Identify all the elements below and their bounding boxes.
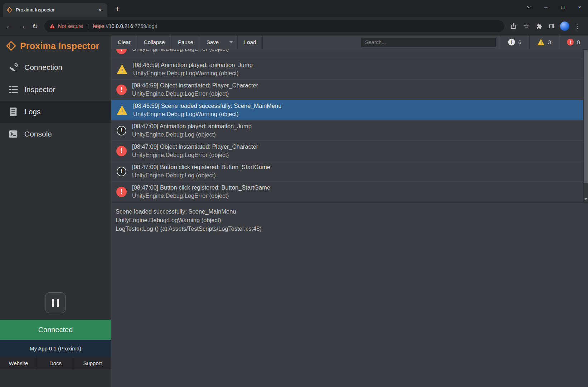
log-row[interactable]: !UnityEngine.Debug:LogError (object): [111, 49, 583, 59]
log-row[interactable]: ![08:46:59] Animation played: animation_…: [111, 59, 583, 80]
share-icon[interactable]: [507, 20, 519, 32]
log-text: UnityEngine.Debug:LogError (object): [132, 49, 229, 53]
tab-close-icon[interactable]: ×: [96, 6, 104, 14]
reload-button[interactable]: ↻: [29, 20, 42, 33]
browser-tab[interactable]: Proxima Inspector ×: [3, 3, 107, 17]
log-row[interactable]: ![08:46:59] Scene loaded successfully: S…: [111, 100, 583, 120]
log-row[interactable]: ![08:47:00] Animation played: animation_…: [111, 120, 583, 141]
not-secure-icon: [49, 23, 55, 29]
sidebar-item-inspector[interactable]: Inspector: [0, 78, 111, 101]
log-scrollbar[interactable]: [583, 49, 588, 202]
side-panel-icon[interactable]: [546, 20, 558, 32]
close-button[interactable]: ×: [571, 0, 588, 14]
docs-link[interactable]: Docs: [37, 357, 74, 369]
info-icon: !: [117, 126, 126, 135]
log-trace: UnityEngine.Debug:LogError (object): [132, 49, 229, 53]
page: Proxima Inspector Connection Inspector: [0, 35, 588, 387]
clear-button[interactable]: Clear: [111, 35, 137, 49]
terminal-icon: [8, 129, 19, 139]
error-icon: !: [116, 85, 127, 95]
log-trace: UnityEngine.Debug:Log (object): [132, 130, 252, 139]
proxima-favicon-icon: [6, 7, 13, 13]
tab-search-button[interactable]: [521, 0, 538, 14]
document-icon: [8, 106, 19, 117]
main-content: Clear Collapse Pause Save Load ! 6 ! 3: [111, 35, 588, 387]
scrollbar-down-arrow-icon[interactable]: [584, 198, 587, 200]
pause-icon: [57, 299, 59, 307]
log-message: [08:46:59] Animation played: animation_J…: [133, 61, 253, 69]
error-count-filter[interactable]: ! 8: [559, 35, 588, 49]
pause-stream-button[interactable]: [45, 292, 66, 313]
log-text: [08:46:59] Scene loaded successfully: Sc…: [133, 102, 282, 118]
sidebar-item-label: Connection: [24, 63, 62, 72]
log-message: [08:46:59] Scene loaded successfully: Sc…: [133, 102, 282, 110]
log-text: [08:47:00] Button click registered: Butt…: [132, 183, 270, 200]
chevron-down-icon: [229, 41, 233, 43]
pause-button[interactable]: Pause: [171, 35, 200, 49]
security-label[interactable]: Not secure: [58, 23, 83, 29]
url-host: 10.0.0.216: [108, 23, 133, 29]
log-row[interactable]: ![08:47:00] Button click registered: But…: [111, 161, 583, 182]
search-wrap: [357, 35, 500, 49]
info-icon: !: [117, 167, 126, 176]
log-text: [08:47:00] Animation played: animation_J…: [132, 122, 252, 139]
support-link[interactable]: Support: [74, 357, 111, 369]
detail-line: LogTester:Log () (at Assets/TestScripts/…: [116, 224, 583, 233]
detail-line: Scene loaded successfully: Scene_MainMen…: [116, 207, 583, 216]
log-message: [08:47:00] Object instantiated: Player_C…: [132, 143, 258, 151]
save-dropdown-button[interactable]: [225, 35, 238, 49]
new-tab-button[interactable]: +: [112, 4, 122, 14]
warning-icon: !: [116, 64, 128, 75]
main-filler: [111, 233, 588, 387]
info-icon: !: [508, 39, 515, 46]
log-row[interactable]: ![08:47:00] Button click registered: But…: [111, 182, 583, 202]
warning-icon: !: [537, 39, 545, 46]
sidebar-item-connection[interactable]: Connection: [0, 56, 111, 78]
log-area: !UnityEngine.Debug:LogError (object)![08…: [111, 49, 588, 202]
search-input[interactable]: [361, 38, 496, 47]
sidebar-filler: [0, 369, 111, 387]
bookmark-star-icon[interactable]: ☆: [520, 20, 532, 32]
brand: Proxima Inspector: [0, 35, 111, 56]
extensions-puzzle-icon[interactable]: [533, 20, 545, 32]
tab-title: Proxima Inspector: [16, 7, 96, 13]
profile-avatar[interactable]: [559, 20, 571, 32]
pause-icon: [52, 299, 54, 307]
browser-addressbar: ← → ↻ Not secure | https://10.0.0.216:77…: [0, 17, 588, 35]
save-button[interactable]: Save: [200, 35, 225, 49]
addressbar-actions: ☆ ⋮: [507, 20, 584, 32]
minimize-button[interactable]: –: [538, 0, 554, 14]
error-count-value: 8: [577, 39, 580, 45]
sidebar-item-console[interactable]: Console: [0, 123, 111, 145]
log-trace: UnityEngine.Debug:Log (object): [132, 171, 270, 180]
sidebar-item-logs[interactable]: Logs: [0, 101, 111, 123]
load-button[interactable]: Load: [238, 35, 263, 49]
log-row[interactable]: ![08:46:59] Object instantiated: Player_…: [111, 80, 583, 100]
log-trace: UnityEngine.Debug:LogError (object): [132, 90, 258, 98]
log-text: [08:47:00] Object instantiated: Player_C…: [132, 143, 258, 159]
log-message: [08:47:00] Button click registered: Butt…: [132, 163, 270, 171]
logs-toolbar: Clear Collapse Pause Save Load ! 6 ! 3: [111, 35, 588, 49]
scrollbar-thumb[interactable]: [584, 50, 588, 183]
website-link[interactable]: Website: [0, 357, 37, 369]
log-trace: UnityEngine.Debug:LogError (object): [132, 192, 270, 200]
sidebar-item-label: Console: [24, 130, 52, 138]
detail-panel: Scene loaded successfully: Scene_MainMen…: [111, 202, 588, 233]
sidebar-spacer: [0, 145, 111, 292]
url-separator: |: [87, 23, 89, 29]
maximize-button[interactable]: □: [554, 0, 571, 14]
info-count-filter[interactable]: ! 6: [500, 35, 529, 49]
connection-status-badge: Connected: [0, 320, 111, 340]
forward-button[interactable]: →: [16, 20, 29, 33]
warning-count-filter[interactable]: ! 3: [529, 35, 559, 49]
url-bar[interactable]: Not secure | https://10.0.0.216:7759/log…: [44, 20, 504, 32]
log-message: [08:47:00] Button click registered: Butt…: [132, 183, 270, 192]
back-button[interactable]: ←: [3, 20, 16, 33]
collapse-button[interactable]: Collapse: [137, 35, 171, 49]
detail-line: UnityEngine.Debug:LogWarning (object): [116, 216, 583, 224]
sidebar: Proxima Inspector Connection Inspector: [0, 35, 111, 387]
footer-links: Website Docs Support: [0, 357, 111, 369]
log-row[interactable]: ![08:47:00] Object instantiated: Player_…: [111, 141, 583, 161]
browser-menu-kebab-icon[interactable]: ⋮: [572, 20, 584, 32]
connection-status-label: Connected: [38, 326, 73, 334]
